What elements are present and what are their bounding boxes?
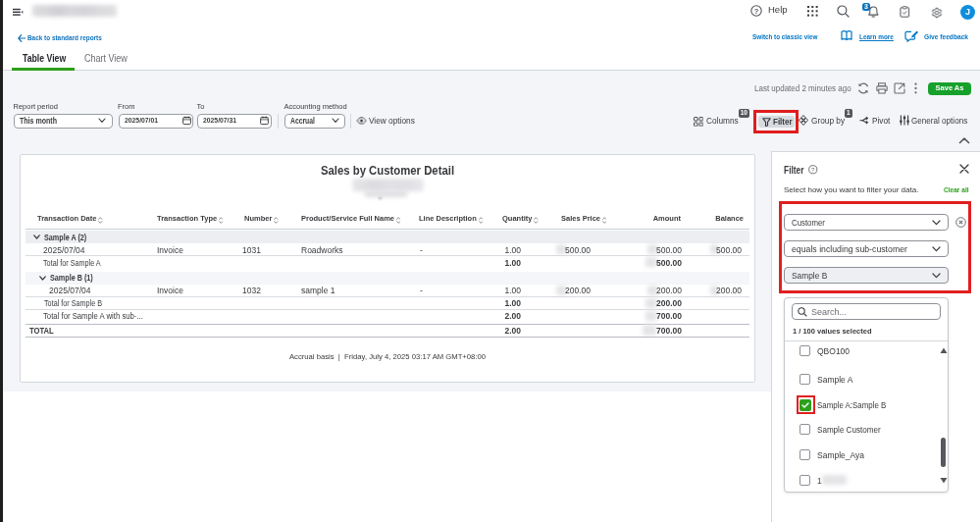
svg-text:?: ? [754, 7, 759, 16]
svg-text:?: ? [811, 166, 815, 173]
